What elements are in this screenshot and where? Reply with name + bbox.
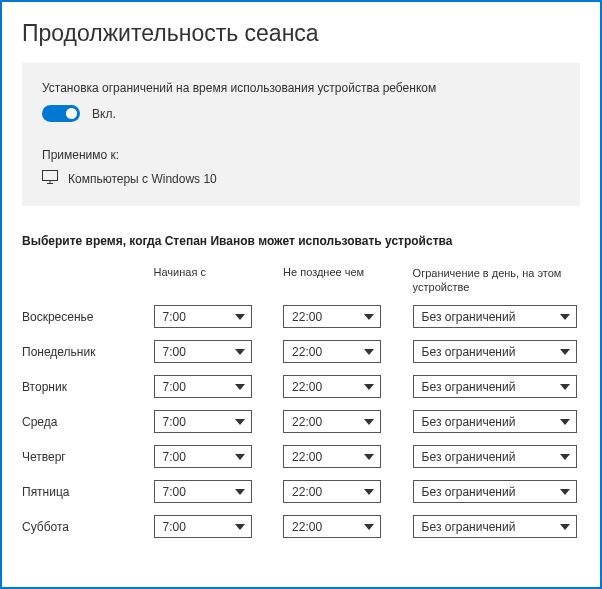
chevron-down-icon: [235, 524, 245, 530]
chevron-down-icon: [235, 489, 245, 495]
end-time-value: 22:00: [292, 450, 322, 464]
day-label: Вторник: [22, 380, 154, 394]
end-time-value: 22:00: [292, 310, 322, 324]
start-time-select[interactable]: 7:00: [154, 445, 252, 468]
daily-limit-value: Без ограничений: [422, 345, 516, 359]
chevron-down-icon: [235, 384, 245, 390]
chevron-down-icon: [364, 524, 374, 530]
table-row: Воскресенье7:0022:00Без ограничений: [22, 305, 580, 329]
daily-limit-select[interactable]: Без ограничений: [413, 480, 577, 503]
table-row: Четверг7:0022:00Без ограничений: [22, 445, 580, 469]
daily-limit-value: Без ограничений: [422, 310, 516, 324]
schedule-table: Начиная с Не позднее чем Ограничение в д…: [22, 266, 580, 539]
toggle-state-label: Вкл.: [92, 107, 116, 121]
end-time-value: 22:00: [292, 520, 322, 534]
chevron-down-icon: [364, 419, 374, 425]
daily-limit-select[interactable]: Без ограничений: [413, 410, 577, 433]
day-label: Понедельник: [22, 345, 154, 359]
chevron-down-icon: [560, 419, 570, 425]
chevron-down-icon: [364, 454, 374, 460]
chevron-down-icon: [560, 489, 570, 495]
chevron-down-icon: [560, 349, 570, 355]
chevron-down-icon: [235, 419, 245, 425]
settings-card: Установка ограничений на время использов…: [22, 63, 580, 206]
end-time-value: 22:00: [292, 415, 322, 429]
chevron-down-icon: [364, 384, 374, 390]
end-time-value: 22:00: [292, 380, 322, 394]
end-time-select[interactable]: 22:00: [283, 515, 381, 538]
start-time-select[interactable]: 7:00: [154, 410, 252, 433]
chevron-down-icon: [560, 524, 570, 530]
col-header-limit: Ограничение в день, на этом устройстве: [413, 266, 580, 295]
svg-rect-0: [43, 171, 58, 181]
day-label: Пятница: [22, 485, 154, 499]
end-time-select[interactable]: 22:00: [283, 480, 381, 503]
chevron-down-icon: [560, 384, 570, 390]
daily-limit-select[interactable]: Без ограничений: [413, 515, 577, 538]
start-time-select[interactable]: 7:00: [154, 375, 252, 398]
page-title: Продолжительность сеанса: [22, 20, 580, 47]
end-time-select[interactable]: 22:00: [283, 410, 381, 433]
setting-label: Установка ограничений на время использов…: [42, 81, 560, 95]
daily-limit-value: Без ограничений: [422, 450, 516, 464]
day-label: Воскресенье: [22, 310, 154, 324]
start-time-value: 7:00: [163, 485, 186, 499]
table-row: Понедельник7:0022:00Без ограничений: [22, 340, 580, 364]
col-header-end: Не позднее чем: [283, 266, 413, 278]
chevron-down-icon: [364, 489, 374, 495]
chevron-down-icon: [235, 314, 245, 320]
monitor-icon: [42, 170, 58, 188]
start-time-value: 7:00: [163, 345, 186, 359]
table-row: Пятница7:0022:00Без ограничений: [22, 480, 580, 504]
daily-limit-select[interactable]: Без ограничений: [413, 375, 577, 398]
table-header-row: Начиная с Не позднее чем Ограничение в д…: [22, 266, 580, 295]
start-time-select[interactable]: 7:00: [154, 480, 252, 503]
end-time-value: 22:00: [292, 345, 322, 359]
enable-toggle[interactable]: [42, 105, 80, 122]
start-time-value: 7:00: [163, 415, 186, 429]
end-time-select[interactable]: 22:00: [283, 375, 381, 398]
daily-limit-select[interactable]: Без ограничений: [413, 445, 577, 468]
daily-limit-value: Без ограничений: [422, 520, 516, 534]
chevron-down-icon: [235, 454, 245, 460]
end-time-value: 22:00: [292, 485, 322, 499]
daily-limit-value: Без ограничений: [422, 380, 516, 394]
device-row: Компьютеры с Windows 10: [42, 170, 560, 188]
start-time-value: 7:00: [163, 310, 186, 324]
end-time-select[interactable]: 22:00: [283, 305, 381, 328]
toggle-knob: [66, 108, 77, 119]
chevron-down-icon: [364, 349, 374, 355]
start-time-value: 7:00: [163, 520, 186, 534]
col-header-start: Начиная с: [154, 266, 284, 278]
start-time-select[interactable]: 7:00: [154, 340, 252, 363]
start-time-value: 7:00: [163, 450, 186, 464]
start-time-value: 7:00: [163, 380, 186, 394]
chevron-down-icon: [364, 314, 374, 320]
day-label: Четверг: [22, 450, 154, 464]
day-label: Суббота: [22, 520, 154, 534]
chevron-down-icon: [560, 314, 570, 320]
chevron-down-icon: [235, 349, 245, 355]
day-label: Среда: [22, 415, 154, 429]
table-row: Вторник7:0022:00Без ограничений: [22, 375, 580, 399]
schedule-heading: Выберите время, когда Степан Иванов може…: [22, 234, 580, 248]
table-row: Среда7:0022:00Без ограничений: [22, 410, 580, 434]
applies-to-label: Применимо к:: [42, 148, 560, 162]
daily-limit-value: Без ограничений: [422, 485, 516, 499]
table-row: Суббота7:0022:00Без ограничений: [22, 515, 580, 539]
end-time-select[interactable]: 22:00: [283, 445, 381, 468]
daily-limit-value: Без ограничений: [422, 415, 516, 429]
start-time-select[interactable]: 7:00: [154, 515, 252, 538]
daily-limit-select[interactable]: Без ограничений: [413, 305, 577, 328]
daily-limit-select[interactable]: Без ограничений: [413, 340, 577, 363]
start-time-select[interactable]: 7:00: [154, 305, 252, 328]
end-time-select[interactable]: 22:00: [283, 340, 381, 363]
device-label: Компьютеры с Windows 10: [68, 172, 217, 186]
chevron-down-icon: [560, 454, 570, 460]
